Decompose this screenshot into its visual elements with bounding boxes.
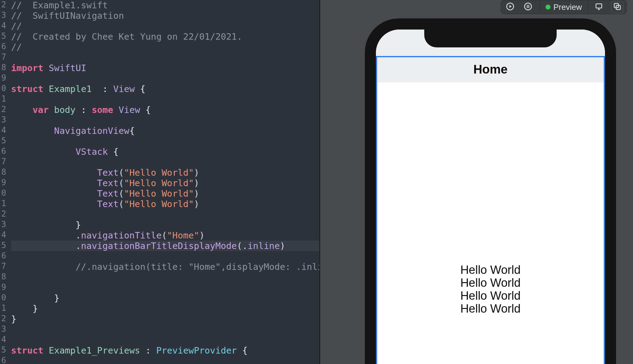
line-number: 3	[0, 10, 6, 20]
nav-mode-method: navigationBarTitleDisplayMode	[81, 241, 237, 251]
some-keyword: some	[92, 105, 113, 115]
navigation-bar[interactable]: Home	[376, 56, 605, 82]
previews-conforms-to: PreviewProvider	[156, 345, 237, 356]
line-number: 1	[0, 303, 6, 313]
code-line-current[interactable]: .navigationBarTitleDisplayMode(.inline)	[11, 241, 320, 251]
pause-button[interactable]	[522, 1, 534, 13]
code-line[interactable]: VStack {	[11, 146, 119, 157]
device-icon	[595, 2, 604, 12]
conforms-to: View	[113, 84, 135, 94]
line-number: 2	[0, 105, 6, 114]
body-type: View	[119, 105, 140, 115]
text-view[interactable]: Hello World	[460, 289, 521, 302]
line-number: 9	[0, 282, 6, 292]
code-content[interactable]: // Example1.swift // SwiftUINavigation /…	[11, 0, 320, 364]
text-view[interactable]: Hello World	[460, 263, 521, 276]
line-number: 7	[0, 157, 6, 166]
code-line[interactable]: }	[11, 303, 38, 314]
line-number: 0	[0, 293, 6, 302]
code-line[interactable]: import SwiftUI	[11, 63, 86, 73]
pause-icon	[523, 2, 533, 12]
xcode-window: 2 3 4 5 6 7 8 9 0 1 2 3 4 5 6 7 8 9 0 1 …	[0, 0, 633, 364]
svg-rect-2	[596, 4, 602, 8]
line-number: 4	[0, 126, 6, 135]
duplicate-icon	[613, 2, 622, 12]
code-line[interactable]: Text("Hello World")	[11, 178, 199, 188]
previews-struct-name: Example1_Previews	[49, 345, 140, 356]
line-number: 2	[0, 0, 6, 9]
toolbar-separator	[587, 1, 588, 13]
iphone-screen[interactable]: Home Hello World Hello World Hello World…	[376, 30, 605, 364]
line-number: 8	[0, 272, 6, 281]
stack-name: VStack	[76, 146, 108, 157]
code-line[interactable]: var body : some View {	[11, 105, 151, 115]
svg-point-1	[524, 3, 531, 10]
line-number: 3	[0, 220, 6, 229]
nav-mode-value: inline	[248, 241, 280, 251]
line-number: 8	[0, 167, 6, 177]
toolbar-separator	[540, 1, 540, 13]
line-number: 5	[0, 345, 6, 354]
code-line[interactable]: // SwiftUINavigation	[11, 10, 124, 21]
code-line[interactable]: }	[11, 314, 16, 324]
line-number: 0	[0, 84, 6, 93]
text-literal: Hello World	[129, 167, 188, 178]
struct-name: Example1	[49, 84, 92, 94]
line-number: 9	[0, 178, 6, 187]
code-line[interactable]: // Example1.swift	[11, 0, 108, 10]
line-number: 6	[0, 42, 6, 51]
import-module: SwiftUI	[49, 63, 86, 73]
comment-text: // Example1.swift	[11, 0, 108, 10]
play-icon	[506, 2, 515, 12]
preview-canvas[interactable]: Preview Home	[320, 0, 633, 364]
comment-text: //	[11, 21, 22, 31]
line-number: 2	[0, 314, 6, 323]
text-view[interactable]: Hello World	[460, 302, 521, 315]
text-literal: Hello World	[129, 199, 188, 209]
code-line[interactable]: NavigationView{	[11, 126, 135, 136]
comment-text: //	[11, 42, 22, 52]
code-line[interactable]: struct Example1_Previews : PreviewProvid…	[11, 345, 248, 356]
code-line[interactable]: }	[11, 220, 81, 230]
line-number: 3	[0, 115, 6, 124]
line-number: 9	[0, 73, 6, 82]
comment-text: //.navigation(title: "Home",displayMode:…	[76, 262, 339, 272]
preview-status[interactable]: Preview	[546, 2, 582, 12]
code-line[interactable]: Text("Hello World")	[11, 188, 199, 199]
vstack-content: Hello World Hello World Hello World Hell…	[376, 263, 605, 315]
line-number: 6	[0, 356, 6, 364]
line-number: 7	[0, 262, 6, 271]
duplicate-preview-button[interactable]	[611, 1, 623, 13]
nav-title-method: navigationTitle	[81, 230, 162, 241]
comment-text: // SwiftUINavigation	[11, 10, 124, 21]
code-line[interactable]: }	[11, 293, 59, 303]
line-number: 5	[0, 31, 6, 41]
code-line[interactable]: //	[11, 21, 22, 31]
line-number: 5	[0, 136, 6, 145]
code-line[interactable]: Text("Hello World")	[11, 199, 199, 209]
line-number: 4	[0, 335, 6, 344]
container-name: NavigationView	[54, 126, 129, 136]
text-literal: Hello World	[129, 188, 188, 199]
line-number: 4	[0, 230, 6, 239]
line-number: 6	[0, 251, 6, 260]
code-line[interactable]: .navigationTitle("Home")	[11, 230, 205, 241]
line-number: 4	[0, 21, 6, 30]
device-settings-button[interactable]	[593, 1, 606, 13]
line-number: 5	[0, 241, 6, 250]
code-editor[interactable]: 2 3 4 5 6 7 8 9 0 1 2 3 4 5 6 7 8 9 0 1 …	[0, 0, 320, 364]
line-number: 7	[0, 52, 6, 62]
code-line[interactable]: //.navigation(title: "Home",displayMode:…	[11, 262, 339, 272]
preview-label-text: Preview	[554, 2, 582, 12]
line-number: 2	[0, 209, 6, 218]
play-button[interactable]	[504, 1, 516, 13]
code-line[interactable]: struct Example1 : View {	[11, 84, 146, 94]
text-literal: Hello World	[129, 178, 188, 188]
line-number: 1	[0, 199, 6, 208]
iphone-frame: Home Hello World Hello World Hello World…	[365, 18, 616, 364]
navigation-title: Home	[473, 62, 507, 76]
code-line[interactable]: Text("Hello World")	[11, 167, 199, 178]
code-line[interactable]: //	[11, 42, 22, 52]
code-line[interactable]: // Created by Chee Ket Yung on 22/01/202…	[11, 31, 242, 42]
text-view[interactable]: Hello World	[460, 276, 521, 289]
